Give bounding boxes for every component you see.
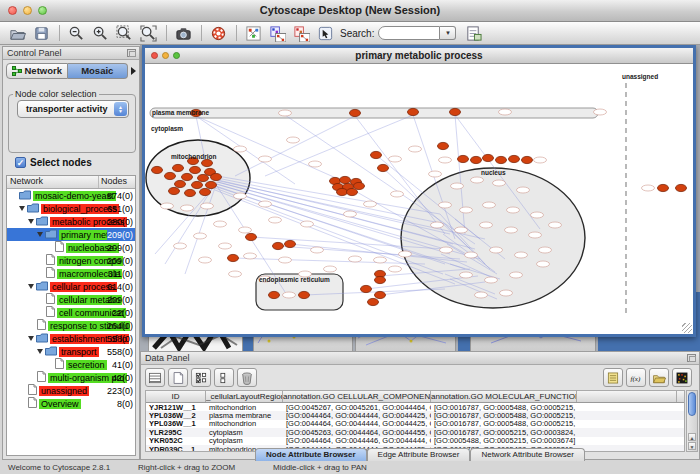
network-node[interactable] (471, 156, 482, 163)
network-view-window[interactable]: primary metabolic process plasma membran… (142, 45, 696, 337)
network-node[interactable] (340, 176, 351, 183)
network-node-label[interactable] (259, 201, 272, 207)
function-builder-button[interactable]: f(x) (626, 368, 646, 387)
table-mode-button[interactable] (145, 368, 165, 387)
tree-row[interactable]: response to stimulu264(0) (7, 319, 135, 332)
network-node-label[interactable] (500, 290, 513, 296)
network-node-label[interactable] (440, 247, 453, 253)
network-node[interactable] (299, 291, 310, 298)
network-node[interactable] (206, 181, 217, 188)
zoom-selected-button[interactable] (113, 23, 135, 43)
network-node[interactable] (361, 285, 372, 292)
network-node[interactable] (273, 242, 284, 249)
tab-network-attribute-browser[interactable]: Network Attribute Browser (470, 448, 584, 461)
network-node-label[interactable] (324, 266, 337, 272)
tree-row[interactable]: cellular process614(0) (7, 280, 135, 293)
tree-row[interactable]: multi-organism pro42(0) (7, 371, 135, 384)
network-node-label[interactable] (234, 193, 247, 199)
tree-row[interactable]: cell communicat22(0) (7, 306, 135, 319)
unselect-attributes-button[interactable] (214, 368, 234, 387)
network-node-label[interactable] (507, 207, 520, 213)
network-node-label[interactable] (311, 247, 324, 253)
region-nucleus[interactable] (401, 168, 585, 308)
delete-attribute-button[interactable] (237, 368, 257, 387)
network-node-label[interactable] (490, 247, 503, 253)
column-header[interactable]: annotation.GO MOLECULAR_FUNCTION (431, 391, 577, 402)
network-node[interactable] (182, 173, 193, 180)
tree-row[interactable]: metabolic process280(0) (7, 215, 135, 228)
network-node-label[interactable] (439, 157, 452, 163)
tab-edge-attribute-browser[interactable]: Edge Attribute Browser (367, 448, 471, 461)
help-button[interactable] (207, 23, 229, 43)
network-node[interactable] (185, 189, 196, 196)
zoom-view-button[interactable] (173, 52, 180, 59)
network-node-label[interactable] (493, 180, 506, 186)
network-node-label[interactable] (199, 257, 212, 263)
minimize-view-button[interactable] (162, 52, 169, 59)
network-node-label[interactable] (287, 137, 300, 143)
region-plasma-membrane[interactable] (150, 108, 598, 118)
tree-row[interactable]: biological_process651(0) (7, 202, 135, 215)
select-attributes-button[interactable] (191, 368, 211, 387)
tree-row[interactable]: secretion41(0) (7, 358, 135, 371)
network-node[interactable] (371, 151, 382, 158)
network-node-label[interactable] (475, 292, 488, 298)
network-node-label[interactable] (349, 256, 362, 262)
zoom-window-button[interactable] (38, 6, 47, 15)
network-node-label[interactable] (391, 191, 404, 197)
network-node-label[interactable] (219, 243, 232, 249)
network-node[interactable] (246, 233, 257, 240)
network-node[interactable] (354, 182, 365, 189)
more-tabs-arrow-icon[interactable] (131, 67, 136, 75)
network-node[interactable] (375, 276, 386, 283)
network-node-label[interactable] (234, 146, 247, 152)
scrollbar-thumb[interactable] (688, 392, 696, 416)
tree-row[interactable]: macromolecule311(0) (7, 267, 135, 280)
select-nodes-checkbox[interactable]: ✓ (15, 157, 26, 168)
tree-expander-icon[interactable] (37, 349, 43, 354)
network-node-label[interactable] (594, 109, 607, 115)
network-node[interactable] (173, 164, 184, 171)
network-node[interactable] (450, 108, 461, 115)
network-node[interactable] (438, 142, 449, 149)
network-node[interactable] (458, 155, 469, 162)
network-node-label[interactable] (451, 183, 464, 189)
tree-expander-icon[interactable] (37, 232, 43, 237)
network-node-label[interactable] (194, 233, 207, 239)
network-node-label[interactable] (229, 271, 242, 277)
search-input[interactable] (378, 26, 440, 40)
network-overlay-blue-button[interactable] (266, 23, 288, 43)
network-node[interactable] (269, 291, 280, 298)
tree-row[interactable]: establishment of lo558(0) (7, 332, 135, 345)
search-options-dropdown[interactable]: ▼ (440, 26, 456, 40)
network-node-label[interactable] (465, 252, 478, 258)
new-attribute-button[interactable] (168, 368, 188, 387)
network-node-label[interactable] (537, 261, 550, 267)
network-node[interactable] (200, 188, 211, 195)
network-node[interactable] (169, 187, 180, 194)
network-node-label[interactable] (505, 227, 518, 233)
network-node-label[interactable] (389, 266, 402, 272)
network-node-label[interactable] (517, 187, 530, 193)
column-header[interactable]: ID (146, 391, 206, 402)
network-node[interactable] (375, 291, 386, 298)
float-panel-icon[interactable] (127, 49, 136, 57)
network-node-label[interactable] (409, 146, 422, 152)
network-node[interactable] (509, 155, 520, 162)
minimize-window-button[interactable] (23, 6, 32, 15)
snapshot-button[interactable] (172, 23, 194, 43)
tree-expander-icon[interactable] (28, 284, 34, 289)
network-node-label[interactable] (431, 222, 444, 228)
network-node[interactable] (192, 181, 203, 188)
close-window-button[interactable] (8, 6, 17, 15)
network-node[interactable] (152, 166, 163, 173)
network-node-label[interactable] (471, 177, 484, 183)
matrix-button[interactable] (672, 368, 692, 387)
float-panel-icon[interactable] (687, 354, 696, 362)
tree-expander-icon[interactable] (19, 206, 25, 211)
network-node-label[interactable] (259, 156, 272, 162)
network-node[interactable] (408, 108, 419, 115)
tree-row[interactable]: nucleobase-209(0) (7, 241, 135, 254)
network-node-label[interactable] (515, 252, 528, 258)
network-node-label[interactable] (201, 203, 214, 209)
